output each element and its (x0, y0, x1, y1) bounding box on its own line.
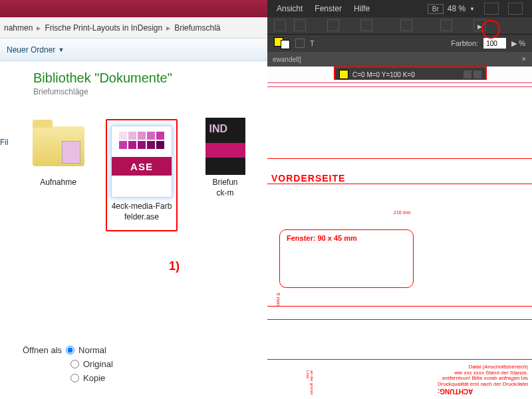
menu-fenster[interactable]: Fenster (315, 4, 342, 13)
radio-label: Normal (78, 345, 106, 355)
library-title: Bibliothek "Dokumente" (33, 70, 258, 86)
radio-original[interactable] (70, 360, 79, 368)
cmyk-icon (473, 70, 481, 78)
folder-icon (33, 126, 84, 166)
open-as-label: Öffnen als (23, 345, 62, 355)
fold-note: an der grünenLinie (306, 370, 314, 395)
text-indicator: T (310, 39, 315, 47)
explorer-toolbar: Neuer Ordner ▼ (0, 39, 267, 61)
window-label: Fenster: 90 x 45 mm (287, 234, 357, 242)
menu-hilfe[interactable]: Hilfe (354, 4, 370, 13)
ind-file-item[interactable]: IND Briefun ck-m (190, 119, 261, 231)
chevron-down-icon: ▼ (58, 47, 64, 53)
ctrl-slot[interactable] (360, 19, 372, 31)
file-label: Briefun ck-m (190, 178, 261, 198)
indesign-window: Ansicht Fenster Hilfe Br 48 % ▼ ▶ T Farb… (267, 0, 532, 399)
radio-label: Original (83, 359, 113, 369)
tint-pct: ▶ % (511, 39, 525, 48)
ase-badge: ASE (112, 157, 172, 176)
folder-item[interactable]: Aufnahme (23, 119, 94, 231)
callout-circle (481, 20, 500, 39)
breadcrumb-seg[interactable]: Briefumschlä (174, 23, 220, 33)
vorderseite-label: VORDERSEITE (271, 173, 345, 184)
chevron-right-icon: ▸ (37, 23, 41, 33)
dim-5mm: 5 mm (275, 293, 281, 306)
document-tab[interactable]: ewandelt] ✕ (267, 52, 532, 66)
sidebar-fragment: Fil (0, 61, 15, 147)
file-label: 4eck-media-Farb felder.ase (111, 201, 172, 222)
radio-normal[interactable] (66, 346, 74, 354)
swatch-row[interactable]: C=0 M=0 Y=100 K=0 (335, 68, 485, 81)
menu-ansicht[interactable]: Ansicht (277, 4, 303, 13)
file-list: Aufnahme ASE 4eck-media-Farb felder.ase … (0, 96, 267, 231)
radio-kopie[interactable] (70, 374, 79, 382)
explorer-titlebar (0, 0, 267, 17)
bridge-button[interactable]: Br (428, 4, 444, 14)
fill-stroke-icon[interactable] (274, 37, 290, 49)
dim-label: 210 mm (394, 210, 410, 215)
open-as-group: Öffnen als Normal Original Kopie (23, 345, 113, 387)
window-outline: Fenster: 90 x 45 mm (279, 229, 414, 288)
new-folder-button[interactable]: Neuer Ordner (7, 45, 55, 55)
callout-1: 1) (169, 259, 180, 273)
ind-badge: IND (209, 123, 228, 135)
ctrl-slot[interactable] (274, 19, 286, 31)
breadcrumb[interactable]: nahmen ▸ Frische Print-Layouts in InDesi… (0, 17, 267, 39)
tint-input[interactable]: 100 (483, 38, 506, 49)
formatting-container-icon[interactable] (295, 39, 305, 48)
close-icon[interactable]: ✕ (521, 56, 527, 63)
breadcrumb-seg[interactable]: Frische Print-Layouts in InDesign (45, 23, 162, 33)
zoom-level[interactable]: 48 % (448, 4, 466, 13)
breadcrumb-seg[interactable]: nahmen (4, 23, 33, 33)
ctrl-slot[interactable] (400, 19, 412, 31)
library-subtitle: Briefumschläge (33, 87, 258, 96)
screen-mode-icon[interactable] (484, 3, 499, 15)
swatch-name: C=0 M=0 Y=100 K=0 (352, 71, 460, 78)
explorer-window: nahmen ▸ Frische Print-Layouts in InDesi… (0, 0, 267, 399)
ctrl-slot[interactable] (294, 19, 306, 31)
ase-thumbnail: ASE (111, 126, 172, 198)
ctrl-slot[interactable] (327, 19, 339, 31)
file-label: Aufnahme (23, 178, 94, 188)
swatch-color-icon (339, 70, 348, 79)
ind-thumbnail: IND (205, 118, 245, 175)
chevron-right-icon: ▸ (166, 23, 170, 33)
achtung-block: Datai (Anschnittsbereich) wie xxx xxxx S… (438, 364, 528, 395)
library-header: Bibliothek "Dokumente" Briefumschläge (0, 61, 267, 96)
chevron-down-icon: ▼ (469, 6, 475, 12)
radio-label: Kopie (83, 373, 105, 383)
document-canvas[interactable]: VORDERSEITE 210 mm Fenster: 90 x 45 mm 5… (267, 80, 532, 399)
ctrl-slot[interactable] (440, 19, 452, 31)
tint-label: Farbton: (451, 39, 478, 47)
ase-file-selected[interactable]: ASE 4eck-media-Farb felder.ase (106, 119, 178, 231)
arrange-icon[interactable] (508, 3, 523, 15)
color-type-icon (464, 70, 471, 78)
menubar: Ansicht Fenster Hilfe Br 48 % ▼ (267, 0, 532, 17)
